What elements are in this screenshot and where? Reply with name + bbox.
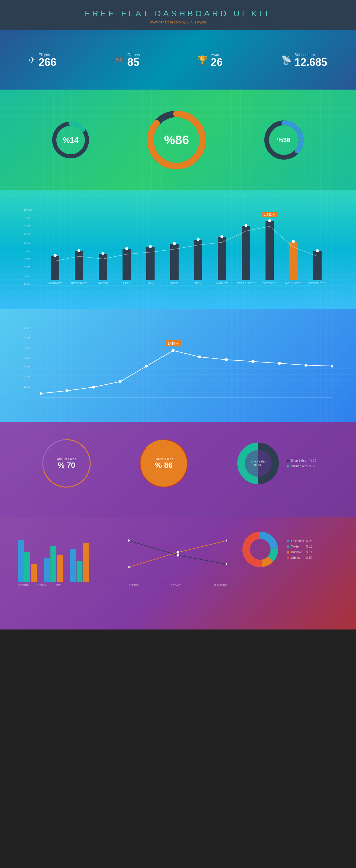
bar-group-6: JULY [186, 208, 210, 285]
svg-point-9 [119, 380, 122, 383]
pie-charts-section: Annual Sales % 70 Online Sales % 86 [0, 422, 356, 517]
mini-bar-1-1 [51, 546, 56, 582]
line-chart-svg: 1.419 ▼JANUARYFEBRUARYMARCHAPRILMAYJUNEJ… [40, 327, 332, 398]
svg-point-15 [225, 358, 228, 361]
mini-bar-2-0 [70, 549, 76, 582]
subscribers-value: 12.685 [295, 57, 327, 68]
legend-dot-others [287, 557, 289, 559]
svg-point-16 [251, 360, 254, 363]
bar-dot-5 [173, 242, 176, 245]
online-sales-value: % 86 [154, 461, 173, 470]
mini-bar-group-0 [18, 540, 37, 582]
bar-group-5: JUNE [162, 208, 186, 285]
svg-point-40 [128, 539, 130, 542]
bar-month-3: APRIL [122, 282, 131, 285]
bar-dot-9 [268, 219, 271, 222]
donut-36-value: %36 [277, 136, 291, 144]
mini-bar-0-0 [18, 540, 24, 582]
mini-line-chart [128, 529, 227, 582]
bar-1 [75, 251, 83, 280]
mini-bar-2-1 [77, 561, 83, 582]
flights-icon: ✈ [29, 55, 36, 65]
svg-text:1.419 ▼: 1.419 ▼ [168, 342, 179, 345]
bar-group-9: 1.341 ▼OCTOBER [258, 208, 281, 285]
y-label-0: 10.000 [24, 208, 32, 211]
annual-sales-label: Annual Sales [57, 457, 76, 461]
stat-awards: 🏆 Awards 26 [197, 53, 224, 68]
donut-36: %36 [262, 118, 306, 162]
bottom-bar-chart: COUNTRY REGION CITY [18, 529, 117, 587]
donut-14-value: %14 [63, 135, 78, 145]
donut-86: %86 [144, 107, 209, 173]
stat-flights: ✈ Flights 266 [29, 53, 56, 68]
shop-sales-title: Shop Sales [251, 460, 266, 463]
legend-dot-shop [287, 460, 289, 462]
svg-point-41 [177, 554, 179, 557]
bar-group-8: SEPTEMBER [234, 208, 258, 285]
mini-bar-1-0 [44, 558, 50, 582]
bottom-donut [239, 529, 281, 570]
bar-month-10: NOVEMBER [286, 282, 302, 285]
games-icon: 🎮 [114, 55, 124, 65]
flights-value: 266 [38, 57, 56, 68]
mini-bar-0-1 [24, 552, 30, 582]
stat-games: 🎮 Games 85 [114, 53, 140, 68]
y-label-5: 5.000 [24, 249, 32, 252]
donuts-section: %14 %86 %36 [0, 90, 356, 190]
bar-month-1: FEBRUARY [71, 282, 87, 285]
legend-dribbble-pct: % 11 [306, 551, 313, 554]
svg-point-38 [177, 551, 179, 554]
legend-online-label: Online Sales [291, 465, 308, 468]
bar-tooltip: 1.341 ▼ [262, 212, 278, 217]
legend-shop-label: Shop Sales [291, 459, 306, 462]
donut-86-value: %86 [164, 133, 189, 147]
y-label-3: 7.000 [24, 233, 32, 236]
legend-twitter-label: Twitter [291, 545, 300, 548]
bar-6 [194, 240, 202, 280]
line-x-label-2: 12 MONTHS [214, 584, 228, 587]
bar-month-6: JULY [195, 282, 202, 285]
y-label-2: 8.000 [24, 225, 32, 228]
bar-month-2: MARCH [98, 282, 108, 285]
shop-sales-pct: % 38 [251, 463, 266, 467]
bar-0 [51, 256, 59, 280]
line-x-label-0: 2 YEARS [128, 584, 139, 587]
legend-facebook-pct: % 24 [306, 539, 313, 542]
subscribers-label: Subscribers [295, 53, 327, 57]
svg-point-14 [198, 355, 201, 359]
bar-dot-10 [292, 240, 295, 243]
bar-group-0: JANUARY [43, 208, 67, 285]
bottom-line-chart: 2 YEARS 5 YEARS 12 MONTHS [128, 529, 227, 587]
bar-chart-section: 10.000 9.000 8.000 7.000 6.000 5.000 4.0… [0, 190, 356, 309]
mini-bar-1-2 [57, 555, 63, 582]
bar-group-7: AUGUST [210, 208, 234, 285]
pie-shop-sales: Shop Sales % 38 Shop Sales % 38 Online S… [234, 440, 316, 487]
pie-online-sales: Online Sales % 86 [137, 437, 190, 490]
svg-point-8 [92, 385, 95, 389]
bar-10 [289, 242, 298, 280]
mini-bar-labels: COUNTRY REGION CITY [18, 584, 117, 587]
mini-bar-group-1 [44, 546, 63, 582]
svg-point-11 [172, 349, 175, 352]
line-y-label-5: 2.000 [24, 376, 31, 378]
legend-online-pct: % 62 [309, 465, 316, 468]
awards-label: Awards [211, 53, 224, 57]
legend-dot-dribbble [287, 551, 289, 554]
bar-3 [122, 249, 131, 280]
svg-point-37 [128, 566, 130, 568]
y-label-8: 2.000 [24, 274, 32, 277]
annual-sales-value: % 70 [57, 461, 76, 470]
line-y-label-1: 6.000 [24, 337, 31, 340]
subtitle: www.penatolia.com by Yunus Aydin [6, 20, 350, 24]
line-y-label-3: 4.000 [24, 356, 31, 359]
donut-segment [242, 532, 263, 567]
stat-subscribers: 📡 Subscribers 12.685 [281, 53, 327, 68]
bottom-donut-svg [239, 529, 281, 570]
legend-dot-twitter [287, 546, 289, 548]
page-title: FREE FLAT DASHBOARD UI KIT [6, 9, 350, 19]
bar-group-11: DECEMBER [305, 208, 329, 285]
legend-facebook-label: Facebook [291, 539, 304, 542]
legend-others-label: Others [291, 556, 300, 559]
subscribers-icon: 📡 [281, 55, 292, 65]
bottom-donut-legend: Facebook % 24 Twitter % 13 Dribbble % 11… [239, 529, 338, 570]
